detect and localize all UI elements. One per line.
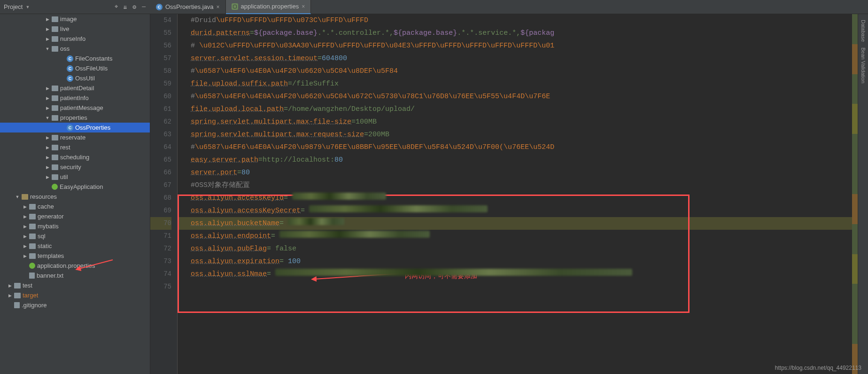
code-line-59[interactable]: file.upload.suffix.path=/fileSuffix (178, 78, 852, 90)
expand-icon[interactable]: ▶ (23, 214, 27, 219)
expand-icon[interactable]: ▶ (45, 37, 50, 41)
code-line-54[interactable]: #Druid\uFFFD\uFFFD\uFFFD\u073C\uFFFD\uFF… (178, 14, 852, 27)
expand-icon[interactable]: ▶ (45, 17, 50, 22)
expand-icon[interactable]: ▶ (45, 165, 50, 170)
expand-icon[interactable]: ▶ (23, 224, 27, 229)
tree-item-test[interactable]: ▶test (0, 280, 150, 290)
code-line-71[interactable]: oss.aliyun.endpoint= (178, 230, 852, 242)
expand-icon[interactable]: ▶ (45, 135, 50, 140)
code-line-66[interactable]: server.port=80 (178, 166, 852, 179)
tree-item-sql[interactable]: ▶sql (0, 231, 150, 241)
tree-item-util[interactable]: ▶util (0, 172, 150, 182)
code-area[interactable]: 内网访问，可不需要添加 #Druid\uFFFD\uFFFD\uFFFD\u07… (178, 14, 852, 374)
tree-item-oss[interactable]: ▼oss (0, 44, 150, 54)
expand-icon[interactable]: ▶ (45, 145, 50, 150)
code-line-56[interactable]: # \u012C\uFFFD\uFFFD\u03AA30\uFFFD\uFFFD… (178, 39, 852, 52)
expand-icon[interactable]: ▼ (15, 195, 20, 199)
close-icon[interactable]: × (302, 3, 305, 10)
tree-label: target (23, 292, 38, 299)
minimap[interactable] (852, 14, 858, 374)
expand-icon[interactable]: ▶ (45, 106, 50, 110)
tree-label: test (23, 282, 32, 289)
expand-icon[interactable]: ▶ (23, 204, 27, 209)
tree-item--gitignore[interactable]: .gitignore (0, 300, 150, 310)
code-line-75[interactable] (178, 280, 852, 293)
tree-label: EasyApplication (60, 183, 103, 190)
code-line-62[interactable]: spring.servlet.multipart.max-file-size=1… (178, 116, 852, 128)
collapse-icon[interactable]: ⇊ (124, 3, 127, 11)
tree-item-templates[interactable]: ▶templates (0, 251, 150, 261)
tree-item-application-properties[interactable]: application.properties (0, 261, 150, 271)
gear-icon[interactable]: ⚙ (132, 3, 136, 11)
tree-item-patientmessage[interactable]: ▶patientMessage (0, 103, 150, 113)
expand-icon[interactable]: ▶ (45, 155, 50, 160)
code-line-68[interactable]: oss.aliyun.accessKeyId= (178, 192, 852, 204)
folder-icon (52, 115, 58, 121)
code-line-74[interactable]: oss.aliyun.sslNmae= (178, 268, 852, 280)
tree-item-ossutil[interactable]: COssUtil (0, 73, 150, 83)
code-line-72[interactable]: oss.aliyun.pubFlag= false (178, 242, 852, 255)
tree-item-target[interactable]: ▶target (0, 290, 150, 300)
code-line-70[interactable]: oss.aliyun.bucketName= (178, 217, 852, 230)
right-rail[interactable]: DatabaseBean Validation (858, 14, 868, 374)
code-line-57[interactable]: server.servlet.session.timeout=604800 (178, 52, 852, 65)
expand-icon[interactable]: ▶ (8, 283, 12, 288)
code-line-60[interactable]: #\u6587\u4EF6\u4E0A\u4F20\u6620\u5C04\u6… (178, 90, 852, 103)
code-line-63[interactable]: spring.servlet.multipart.max-request-siz… (178, 128, 852, 141)
code-line-58[interactable]: #\u6587\u4EF6\u4E0A\u4F20\u6620\u5C04\u8… (178, 65, 852, 78)
project-tree[interactable]: ▶image▶live▶nurseInfo▼ossCFileConstantsC… (0, 14, 150, 374)
expand-icon[interactable]: ▶ (23, 244, 27, 249)
code-line-69[interactable]: oss.aliyun.accessKeySecret= (178, 204, 852, 217)
expand-icon[interactable]: ▶ (45, 96, 50, 101)
tree-item-security[interactable]: ▶security (0, 162, 150, 172)
tree-item-patientinfo[interactable]: ▶patientInfo (0, 93, 150, 103)
expand-icon[interactable]: ▶ (45, 27, 50, 31)
expand-icon[interactable]: ▼ (45, 116, 50, 120)
tree-item-rest[interactable]: ▶rest (0, 142, 150, 152)
rail-tab[interactable]: Database (860, 20, 866, 42)
folder-icon (52, 145, 58, 150)
tree-item-static[interactable]: ▶static (0, 241, 150, 251)
expand-icon[interactable]: ▶ (45, 175, 50, 179)
editor[interactable]: 5455565758596061626364656667686970717273… (150, 14, 868, 374)
expand-icon[interactable]: ▶ (23, 234, 27, 239)
tree-item-cache[interactable]: ▶cache (0, 202, 150, 211)
tab-oss[interactable]: COssProerties.java× (150, 0, 226, 14)
tree-item-scheduling[interactable]: ▶scheduling (0, 152, 150, 162)
tree-label: image (60, 16, 77, 23)
tree-item-ossfileutils[interactable]: COssFileUtils (0, 63, 150, 73)
expand-icon[interactable]: ▶ (23, 254, 27, 258)
tree-item-fileconstants[interactable]: CFileConstants (0, 54, 150, 63)
tree-item-resources[interactable]: ▼resources (0, 192, 150, 202)
code-line-67[interactable]: #OSS对象存储配置 (178, 179, 852, 192)
tree-item-live[interactable]: ▶live (0, 24, 150, 34)
project-label[interactable]: Project ▼ (0, 3, 33, 10)
code-line-65[interactable]: easy.server.path=http://localhost:80 (178, 154, 852, 166)
close-icon[interactable]: × (217, 4, 220, 10)
tree-label: application.properties (37, 262, 95, 269)
code-line-55[interactable]: durid.patterns=${package.base}.*.*.contr… (178, 27, 852, 39)
expand-icon[interactable]: ▼ (45, 47, 50, 51)
tree-item-generator[interactable]: ▶generator (0, 211, 150, 221)
folder-icon (52, 16, 58, 22)
tree-item-reservate[interactable]: ▶reservate (0, 132, 150, 142)
tree-item-banner-txt[interactable]: banner.txt (0, 271, 150, 280)
tree-item-easyapplication[interactable]: EasyApplication (0, 182, 150, 192)
tree-item-image[interactable]: ▶image (0, 14, 150, 24)
tab-label: OssProerties.java (165, 3, 214, 10)
rail-tab[interactable]: Bean Validation (860, 47, 866, 83)
expand-icon[interactable]: ▶ (45, 86, 50, 91)
code-line-61[interactable]: file.upload.local.path=/home/wangzhen/De… (178, 103, 852, 116)
expand-icon[interactable]: ▶ (8, 293, 12, 298)
code-line-73[interactable]: oss.aliyun.expiration= 100 (178, 255, 852, 268)
tree-item-patientdetail[interactable]: ▶patientDetail (0, 83, 150, 93)
tab-app[interactable]: application.properties× (226, 0, 311, 14)
code-line-64[interactable]: #\u6587\u4EF6\u4E0A\u4F20\u9879\u76EE\u8… (178, 141, 852, 154)
target-icon[interactable]: ⌖ (115, 3, 118, 11)
minimize-icon[interactable]: — (142, 3, 146, 11)
tree-item-nurseinfo[interactable]: ▶nurseInfo (0, 34, 150, 44)
tree-item-mybatis[interactable]: ▶mybatis (0, 221, 150, 231)
tree-item-ossproerties[interactable]: COssProerties (0, 123, 150, 132)
redacted-blob (292, 193, 386, 200)
tree-item-properties[interactable]: ▼properties (0, 113, 150, 123)
